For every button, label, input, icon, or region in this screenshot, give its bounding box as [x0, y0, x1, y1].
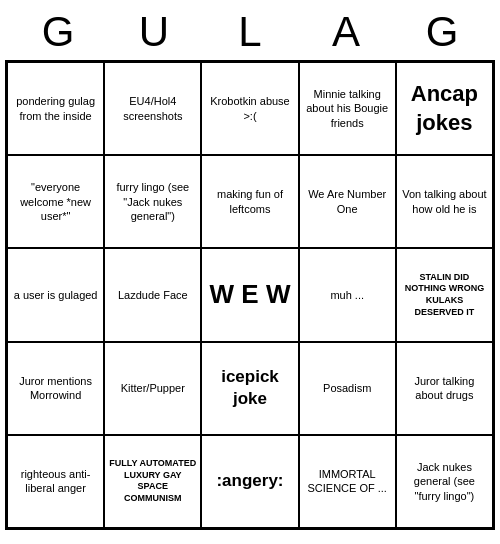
- title-row: G U L A G: [0, 0, 500, 60]
- bingo-cell-11[interactable]: Lazdude Face: [104, 248, 201, 341]
- bingo-cell-4[interactable]: Ancap jokes: [396, 62, 493, 155]
- bingo-cell-10[interactable]: a user is gulaged: [7, 248, 104, 341]
- bingo-cell-21[interactable]: FULLY AUTOMATED LUXURY GAY SPACE COMMUNI…: [104, 435, 201, 528]
- title-letter-g1: G: [10, 8, 106, 56]
- bingo-cell-1[interactable]: EU4/Hol4 screenshots: [104, 62, 201, 155]
- bingo-cell-5[interactable]: "everyone welcome *new user*": [7, 155, 104, 248]
- bingo-cell-24[interactable]: Jack nukes general (see "furry lingo"): [396, 435, 493, 528]
- bingo-cell-13[interactable]: muh ...: [299, 248, 396, 341]
- bingo-cell-0[interactable]: pondering gulag from the inside: [7, 62, 104, 155]
- bingo-cell-2[interactable]: Krobotkin abuse >:(: [201, 62, 298, 155]
- bingo-grid: pondering gulag from the insideEU4/Hol4 …: [5, 60, 495, 530]
- bingo-cell-8[interactable]: We Are Number One: [299, 155, 396, 248]
- title-letter-u: U: [106, 8, 202, 56]
- bingo-cell-22[interactable]: :angery:: [201, 435, 298, 528]
- bingo-cell-20[interactable]: righteous anti-liberal anger: [7, 435, 104, 528]
- title-letter-g2: G: [394, 8, 490, 56]
- bingo-cell-23[interactable]: IMMORTAL SCIENCE OF ...: [299, 435, 396, 528]
- title-letter-a: A: [298, 8, 394, 56]
- bingo-cell-9[interactable]: Von talking about how old he is: [396, 155, 493, 248]
- bingo-cell-19[interactable]: Juror talking about drugs: [396, 342, 493, 435]
- bingo-cell-16[interactable]: Kitter/Pupper: [104, 342, 201, 435]
- bingo-cell-6[interactable]: furry lingo (see "Jack nukes general"): [104, 155, 201, 248]
- bingo-cell-7[interactable]: making fun of leftcoms: [201, 155, 298, 248]
- bingo-cell-12[interactable]: W E W: [201, 248, 298, 341]
- bingo-cell-3[interactable]: Minnie talking about his Bougie friends: [299, 62, 396, 155]
- title-letter-l: L: [202, 8, 298, 56]
- bingo-cell-18[interactable]: Posadism: [299, 342, 396, 435]
- bingo-cell-14[interactable]: STALIN DID NOTHING WRONG KULAKS DESERVED…: [396, 248, 493, 341]
- bingo-cell-15[interactable]: Juror mentions Morrowind: [7, 342, 104, 435]
- bingo-cell-17[interactable]: icepick joke: [201, 342, 298, 435]
